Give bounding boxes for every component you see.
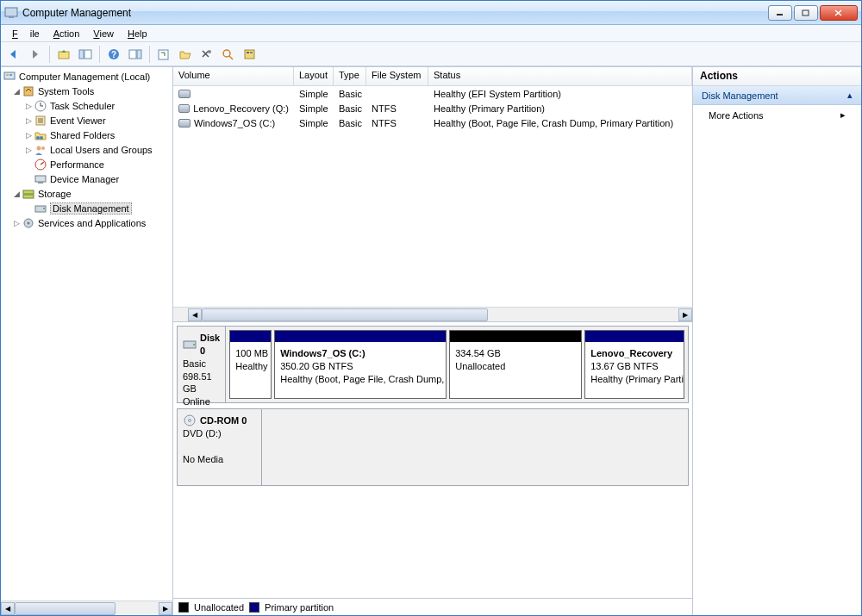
menu-view[interactable]: View xyxy=(87,27,120,40)
menu-help[interactable]: Help xyxy=(122,27,153,40)
menu-file[interactable]: File xyxy=(6,27,46,40)
minimize-button[interactable] xyxy=(768,5,792,21)
tree-event-viewer[interactable]: ▷ Event Viewer xyxy=(1,113,172,128)
svg-rect-40 xyxy=(23,195,34,198)
disk-row: Disk 0Basic698.51 GBOnline100 MBHealthyW… xyxy=(177,326,689,403)
tree-hscrollbar[interactable]: ◀ ▶ xyxy=(1,600,172,615)
legend-unallocated-swatch xyxy=(178,602,189,613)
legend: Unallocated Primary partition xyxy=(173,598,692,615)
svg-point-15 xyxy=(223,50,230,57)
action-more[interactable]: More Actions ▸ xyxy=(693,105,861,125)
submenu-icon: ▸ xyxy=(840,109,846,121)
disk-info[interactable]: Disk 0Basic698.51 GBOnline xyxy=(178,327,226,402)
disk-info[interactable]: CD-ROM 0DVD (D:)No Media xyxy=(178,409,262,485)
svg-rect-3 xyxy=(803,10,809,16)
col-layout[interactable]: Layout xyxy=(294,67,334,85)
legend-primary-label: Primary partition xyxy=(265,602,334,613)
collapse-icon[interactable]: ◢ xyxy=(11,190,22,198)
svg-point-31 xyxy=(36,136,40,140)
svg-line-16 xyxy=(229,56,233,59)
expand-icon[interactable]: ▷ xyxy=(23,146,34,154)
col-volume[interactable]: Volume xyxy=(173,67,294,85)
storage-icon xyxy=(22,187,35,201)
partition-bar xyxy=(450,331,581,342)
col-filesystem[interactable]: File System xyxy=(366,67,428,85)
tree-shared-folders[interactable]: ▷ Shared Folders xyxy=(1,128,172,142)
svg-rect-18 xyxy=(247,52,249,53)
svg-point-42 xyxy=(43,208,45,209)
tree-device-manager[interactable]: Device Manager xyxy=(1,171,172,186)
up-button[interactable] xyxy=(54,45,73,64)
partition[interactable]: Windows7_OS (C:)350.20 GB NTFSHealthy (B… xyxy=(274,330,447,399)
help-button[interactable]: ? xyxy=(104,45,123,64)
scroll-right-icon[interactable]: ▶ xyxy=(159,602,172,615)
partition-bar xyxy=(585,331,684,342)
scroll-left-icon[interactable]: ◀ xyxy=(1,602,15,615)
action-pane-button[interactable] xyxy=(126,45,145,64)
disk-partitions: 100 MBHealthyWindows7_OS (C:)350.20 GB N… xyxy=(226,327,688,402)
svg-rect-37 xyxy=(35,176,46,182)
svg-rect-17 xyxy=(245,50,254,59)
volume-row[interactable]: Lenovo_Recovery (Q:)SimpleBasicNTFSHealt… xyxy=(173,101,692,115)
svg-rect-13 xyxy=(159,50,168,59)
svg-rect-22 xyxy=(9,74,12,76)
open-button[interactable] xyxy=(176,45,195,64)
tree-system-tools[interactable]: ◢ System Tools xyxy=(1,84,172,98)
svg-rect-7 xyxy=(79,50,84,59)
settings-button[interactable] xyxy=(240,45,259,64)
col-status[interactable]: Status xyxy=(428,67,692,85)
tree-disk-management[interactable]: Disk Management xyxy=(1,201,172,215)
toolbar: ? xyxy=(1,42,861,66)
disk-row: CD-ROM 0DVD (D:)No Media xyxy=(177,408,689,486)
actions-header: Actions xyxy=(693,67,861,86)
show-hide-tree-button[interactable] xyxy=(76,45,95,64)
tree-storage[interactable]: ◢ Storage xyxy=(1,186,172,201)
tools-icon xyxy=(22,84,35,98)
drive-icon xyxy=(178,119,191,128)
collapse-icon[interactable]: ◢ xyxy=(11,87,22,96)
scroll-left-icon[interactable]: ◀ xyxy=(188,308,202,321)
svg-rect-19 xyxy=(250,52,253,53)
menu-action[interactable]: Action xyxy=(47,27,86,40)
col-type[interactable]: Type xyxy=(334,67,366,85)
svg-point-46 xyxy=(193,344,195,345)
tree-local-users[interactable]: ▷ Local Users and Groups xyxy=(1,142,172,157)
disk-partitions xyxy=(262,409,688,485)
volume-hscrollbar[interactable]: ◀ ▶ xyxy=(173,307,692,321)
back-button[interactable] xyxy=(4,45,23,64)
disk-map: Disk 0Basic698.51 GBOnline100 MBHealthyW… xyxy=(173,322,692,598)
svg-rect-21 xyxy=(6,74,9,76)
refresh-button[interactable] xyxy=(154,45,173,64)
main-panel: Volume Layout Type File System Status Si… xyxy=(173,67,693,615)
volume-row[interactable]: SimpleBasicHealthy (EFI System Partition… xyxy=(173,86,692,101)
tree-services-apps[interactable]: ▷ Services and Applications xyxy=(1,215,172,230)
volume-list: Volume Layout Type File System Status Si… xyxy=(173,67,692,322)
computer-management-window: Computer Management File Action View Hel… xyxy=(0,0,862,616)
tree-root[interactable]: Computer Management (Local) xyxy=(1,69,172,84)
titlebar: Computer Management xyxy=(1,1,861,25)
partition-bar xyxy=(230,331,271,342)
partition[interactable]: 334.54 GBUnallocated xyxy=(449,330,582,399)
svg-rect-39 xyxy=(23,190,34,194)
tree-task-scheduler[interactable]: ▷ Task Scheduler xyxy=(1,98,172,113)
event-icon xyxy=(34,114,47,128)
actions-subheader[interactable]: Disk Management ▴ xyxy=(693,86,861,105)
expand-icon[interactable]: ▷ xyxy=(11,219,22,227)
expand-icon[interactable]: ▷ xyxy=(23,116,34,125)
tree-performance[interactable]: Performance xyxy=(1,157,172,171)
svg-point-44 xyxy=(28,221,30,224)
properties-button[interactable] xyxy=(197,45,216,64)
expand-icon[interactable]: ▷ xyxy=(23,102,34,110)
forward-button[interactable] xyxy=(26,45,45,64)
clock-icon xyxy=(34,99,47,113)
volume-row[interactable]: Windows7_OS (C:)SimpleBasicNTFSHealthy (… xyxy=(173,115,692,130)
scroll-right-icon[interactable]: ▶ xyxy=(678,308,692,321)
drive-icon xyxy=(178,90,191,98)
expand-icon[interactable]: ▷ xyxy=(23,131,34,140)
computer-icon xyxy=(3,70,16,84)
maximize-button[interactable] xyxy=(794,5,818,21)
close-button[interactable] xyxy=(820,5,858,21)
rescan-button[interactable] xyxy=(219,45,238,64)
partition[interactable]: Lenovo_Recovery13.67 GB NTFSHealthy (Pri… xyxy=(584,330,684,399)
partition[interactable]: 100 MBHealthy xyxy=(229,330,272,399)
